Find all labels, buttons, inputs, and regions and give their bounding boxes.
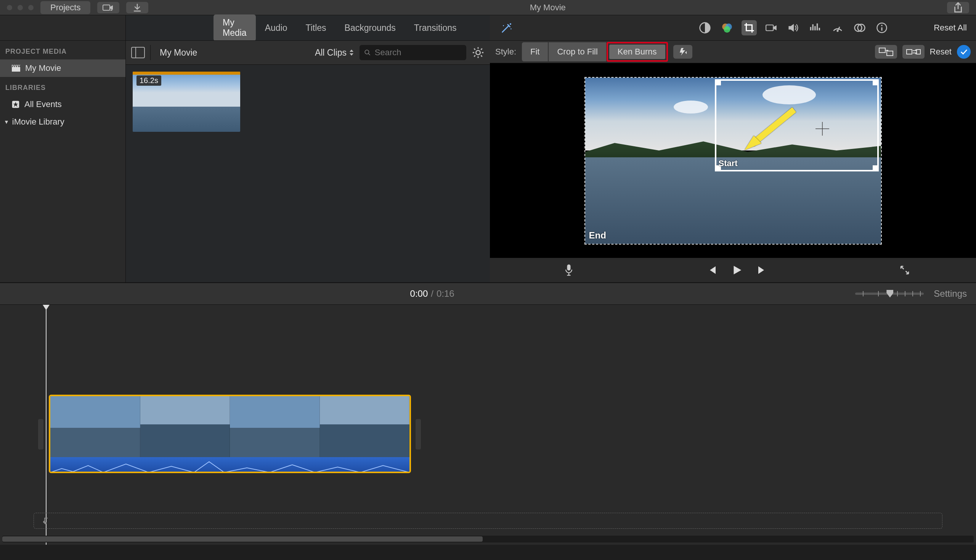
color-balance-icon[interactable] (697, 20, 712, 35)
timeline[interactable] (0, 305, 976, 545)
play-button[interactable] (730, 263, 744, 277)
clip-thumbnail[interactable]: 16.2s (133, 72, 240, 132)
clip-trim-handle-right[interactable] (416, 419, 421, 450)
sidebar-item-imovie-library[interactable]: ▼ iMovie Library (0, 113, 125, 131)
timeline-clip[interactable] (49, 395, 411, 473)
clip-duration-badge: 16.2s (137, 75, 161, 86)
sort-arrows-icon (349, 49, 354, 57)
sidebar-item-label: My Movie (25, 63, 61, 73)
clips-filter-dropdown[interactable]: All Clips (315, 48, 354, 58)
projects-button[interactable]: Projects (40, 1, 90, 14)
svg-rect-20 (907, 50, 912, 54)
apply-button[interactable] (957, 45, 971, 59)
color-correction-icon[interactable] (719, 20, 735, 35)
transport-bar (490, 258, 976, 282)
audio-track[interactable] (33, 513, 943, 529)
speed-icon[interactable] (830, 20, 845, 35)
ken-burns-button[interactable]: Ken Burns (609, 44, 666, 60)
sidebar: PROJECT MEDIA My Movie LIBRARIES All Eve… (0, 15, 126, 282)
stabilization-icon[interactable] (764, 20, 779, 35)
next-frame-button[interactable] (755, 263, 769, 277)
sidebar-item-all-events[interactable]: All Events (0, 96, 125, 113)
clips-filter-label: All Clips (315, 48, 346, 58)
media-import-icon[interactable] (97, 2, 119, 13)
zoom-slider-knob[interactable] (886, 290, 893, 298)
direction-arrow-icon (737, 106, 798, 152)
minimize-window-icon[interactable] (18, 5, 23, 10)
timeline-settings-button[interactable]: Settings (934, 288, 967, 299)
swap-direction-icon[interactable] (902, 45, 924, 59)
tab-titles[interactable]: Titles (296, 20, 335, 36)
project-media-header: PROJECT MEDIA (0, 41, 125, 60)
style-label: Style: (495, 47, 516, 57)
browser-toolbar: My Movie All Clips (126, 40, 490, 65)
ken-burns-start-frame[interactable]: Start (715, 79, 879, 172)
browser-tabs: My Media Audio Titles Backgrounds Transi… (126, 15, 490, 40)
share-icon (952, 1, 964, 14)
clip-trim-handle-left[interactable] (38, 419, 43, 450)
crop-options-bar: Style: Fit Crop to Fill Ken Burns Reset (490, 40, 976, 63)
tab-transitions[interactable]: Transitions (405, 20, 466, 36)
viewer-toolbar: Reset All (490, 15, 976, 40)
svg-point-6 (503, 25, 504, 26)
auto-ken-burns-icon[interactable] (673, 45, 692, 59)
time-total: 0:16 (436, 288, 455, 299)
svg-point-13 (837, 30, 839, 32)
svg-rect-0 (103, 5, 110, 10)
clapper-icon (12, 64, 20, 72)
voiceover-mic-icon[interactable] (562, 263, 576, 277)
fit-button[interactable]: Fit (521, 42, 548, 62)
zoom-window-icon[interactable] (28, 5, 33, 10)
timeline-zoom-slider[interactable] (855, 293, 924, 295)
volume-icon[interactable] (786, 20, 801, 35)
clip-audio-waveform (50, 457, 409, 473)
start-frame-label: Start (719, 158, 738, 168)
gear-icon (471, 46, 485, 59)
time-separator: / (431, 288, 433, 299)
browser-pane: My Media Audio Titles Backgrounds Transi… (126, 15, 490, 282)
music-note-icon (41, 516, 50, 525)
browser-settings-button[interactable] (471, 46, 485, 59)
fullscreen-icon[interactable] (897, 263, 912, 277)
timeline-scrollbar[interactable] (2, 536, 974, 542)
browser-project-label: My Movie (160, 48, 197, 58)
disclosure-icon[interactable]: ▼ (4, 119, 9, 125)
enhance-magic-icon[interactable] (499, 20, 514, 35)
noise-equalizer-icon[interactable] (808, 20, 823, 35)
swap-start-end-icon[interactable] (875, 45, 897, 59)
crop-to-fill-button[interactable]: Crop to Fill (548, 42, 606, 62)
scrollbar-thumb[interactable] (2, 537, 483, 542)
reset-button[interactable]: Reset (930, 47, 952, 57)
import-download-icon[interactable] (126, 2, 148, 13)
viewer-canvas[interactable]: End Start (490, 63, 976, 258)
svg-point-7 (510, 28, 511, 29)
sidebar-item-my-movie[interactable]: My Movie (0, 60, 125, 77)
close-window-icon[interactable] (7, 5, 12, 10)
search-input[interactable] (375, 48, 462, 58)
svg-point-11 (724, 26, 730, 33)
upper-pane: PROJECT MEDIA My Movie LIBRARIES All Eve… (0, 15, 976, 283)
ken-burns-end-frame[interactable]: End Start (585, 77, 882, 245)
prev-frame-button[interactable] (705, 263, 719, 277)
playhead[interactable] (46, 305, 47, 545)
tab-backgrounds[interactable]: Backgrounds (336, 20, 405, 36)
reset-all-button[interactable]: Reset All (934, 23, 967, 33)
tab-audio[interactable]: Audio (256, 20, 297, 36)
clip-filter-icon[interactable] (852, 20, 867, 35)
svg-point-3 (365, 50, 369, 54)
toggle-sidebar-icon[interactable] (131, 47, 145, 58)
share-button[interactable] (947, 2, 969, 13)
crop-icon[interactable] (742, 20, 757, 35)
svg-rect-1 (12, 67, 20, 72)
star-icon (12, 100, 20, 108)
tab-my-media[interactable]: My Media (214, 15, 256, 41)
clips-area[interactable]: 16.2s (126, 65, 490, 282)
search-field[interactable] (359, 45, 466, 60)
info-icon[interactable] (874, 20, 889, 35)
crosshair-icon (814, 120, 831, 137)
svg-point-5 (510, 23, 511, 25)
window-titlebar: Projects My Movie (0, 0, 976, 15)
end-frame-label: End (589, 230, 606, 241)
window-traffic-lights[interactable] (7, 5, 33, 10)
titlebar-right (947, 2, 969, 13)
